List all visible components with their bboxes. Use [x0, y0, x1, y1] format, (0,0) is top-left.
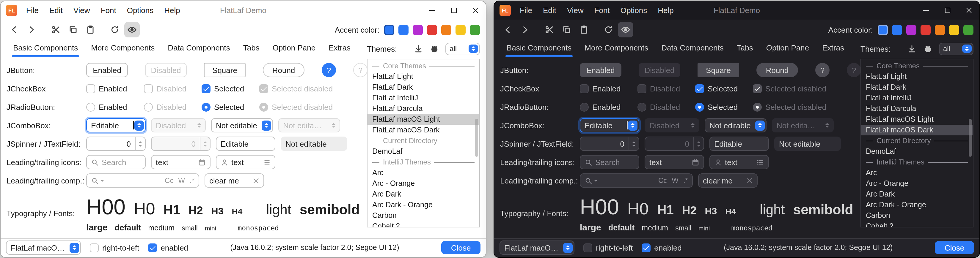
theme-list-item[interactable]: FlatLaf macOS Dark [861, 125, 973, 135]
menu-item[interactable]: Font [95, 1, 122, 20]
accent-color-swatch[interactable] [441, 25, 451, 35]
themes-list[interactable]: Core ThemesFlatLaf LightFlatLaf DarkFlat… [861, 59, 974, 228]
date-field[interactable]: text [644, 155, 704, 169]
tab[interactable]: More Components [578, 40, 655, 58]
menu-item[interactable]: Options [122, 1, 159, 20]
accent-color-swatch[interactable] [413, 25, 423, 35]
combobox-arrow-icon[interactable] [69, 242, 79, 253]
round-button[interactable]: Round [756, 63, 798, 77]
theme-list-item[interactable]: Arc - Orange [861, 178, 973, 189]
editable-textfield[interactable]: Editable [216, 136, 275, 151]
menu-item[interactable]: Help [159, 1, 186, 20]
accent-color-swatch[interactable] [878, 25, 888, 35]
enabled-button[interactable]: Enabled [580, 63, 621, 77]
theme-list-item[interactable]: Cobalt 2 [861, 221, 973, 228]
refresh-button[interactable] [107, 22, 123, 37]
theme-list-item[interactable]: Arc Dark [368, 189, 479, 199]
download-button[interactable] [906, 43, 917, 54]
theme-list-item[interactable]: Arc - Orange [368, 178, 479, 189]
theme-list-item[interactable]: Arc Dark - Orange [368, 199, 479, 210]
forward-button[interactable] [517, 22, 533, 37]
theme-list-item[interactable]: FlatLaf macOS Light [861, 114, 973, 125]
theme-list-item[interactable]: FlatLaf Darcula [368, 103, 479, 114]
copy-button[interactable] [65, 22, 81, 37]
help-button[interactable]: ? [815, 63, 830, 77]
themes-list[interactable]: Core ThemesFlatLaf LightFlatLaf DarkFlat… [367, 59, 480, 228]
combobox-arrow-icon[interactable] [628, 120, 637, 130]
theme-list-item[interactable]: IntelliJ Themes [368, 157, 479, 168]
editable-textfield[interactable]: Editable [710, 136, 769, 151]
theme-list-item[interactable]: FlatLaf macOS Light [368, 114, 479, 125]
clearable-field[interactable]: clear me [205, 173, 264, 188]
themes-filter-combobox[interactable]: all [939, 43, 974, 55]
noneditable-combobox[interactable]: Not editable [705, 118, 767, 132]
menu-item[interactable]: File [21, 1, 44, 20]
back-button[interactable] [6, 22, 22, 37]
help-button[interactable]: ? [322, 63, 336, 77]
theme-list-item[interactable]: FlatLaf macOS Dark [368, 125, 479, 135]
square-button[interactable]: Square [204, 63, 246, 77]
lookandfeel-combobox[interactable]: FlatLaf macOS Dark [500, 241, 574, 255]
theme-list-item[interactable]: Carbon [368, 210, 479, 221]
editable-combobox[interactable]: Editable [86, 118, 146, 132]
right-to-left-checkbox[interactable]: right-to-left [90, 243, 139, 252]
theme-list-item[interactable]: FlatLaf Dark [368, 82, 479, 93]
menu-item[interactable]: Font [589, 1, 615, 20]
tab[interactable]: Data Components [161, 40, 237, 58]
theme-list-item[interactable]: FlatLaf Light [368, 71, 479, 82]
theme-list-item[interactable]: DemoLaf [368, 146, 479, 157]
combobox-arrow-icon[interactable] [563, 242, 572, 253]
combobox-arrow-icon[interactable] [261, 120, 271, 130]
theme-list-item[interactable]: Core Themes [368, 60, 479, 71]
search-field[interactable]: Search [580, 155, 639, 169]
regex-toggle[interactable]: .* [190, 176, 194, 185]
accent-color-swatch[interactable] [384, 25, 394, 35]
enabled-button[interactable]: Enabled [86, 63, 128, 77]
accent-color-swatch[interactable] [949, 25, 959, 35]
paste-button[interactable] [576, 22, 592, 37]
theme-list-item[interactable]: Arc [861, 168, 973, 178]
forward-button[interactable] [24, 22, 39, 37]
theme-list-item[interactable]: Arc [368, 168, 479, 178]
paste-button[interactable] [83, 22, 98, 37]
clear-icon[interactable] [253, 177, 259, 184]
spinner-stepper-icon[interactable] [628, 137, 639, 150]
themes-filter-combobox[interactable]: all [445, 43, 480, 55]
theme-list-item[interactable]: FlatLaf Dark [861, 82, 973, 93]
square-button[interactable]: Square [698, 63, 739, 77]
combobox-arrow-icon[interactable] [468, 44, 478, 53]
theme-list-item[interactable]: Cobalt 2 [368, 221, 479, 228]
menu-item[interactable]: View [562, 1, 589, 20]
accent-color-swatch[interactable] [470, 25, 480, 35]
tab[interactable]: Extras [816, 40, 851, 58]
accent-color-swatch[interactable] [892, 25, 902, 35]
tab[interactable]: More Components [84, 40, 161, 58]
round-button[interactable]: Round [263, 63, 304, 77]
chevron-down-icon[interactable] [594, 180, 598, 181]
user-field[interactable]: text [710, 155, 769, 169]
radio-selected[interactable]: Selected [695, 103, 753, 111]
combobox-arrow-icon[interactable] [962, 44, 971, 53]
clearable-field[interactable]: clear me [698, 173, 757, 188]
download-button[interactable] [413, 43, 423, 54]
menu-item[interactable]: Options [615, 1, 653, 20]
theme-list-item[interactable]: FlatLaf IntelliJ [861, 93, 973, 103]
tab[interactable]: Data Components [655, 40, 730, 58]
clear-icon[interactable] [746, 177, 753, 184]
menu-item[interactable]: View [68, 1, 95, 20]
theme-list-item[interactable]: Arc Dark - Orange [861, 199, 973, 210]
copy-button[interactable] [559, 22, 574, 37]
theme-list-item[interactable]: FlatLaf Darcula [861, 103, 973, 114]
scrollbar-thumb[interactable] [969, 119, 972, 157]
editable-combobox[interactable]: Editable [580, 118, 639, 132]
theme-list-item[interactable]: Current Directory [861, 135, 973, 146]
accent-color-swatch[interactable] [906, 25, 916, 35]
enabled-checkbox[interactable]: enabled [642, 243, 682, 252]
theme-list-item[interactable]: IntelliJ Themes [861, 157, 973, 168]
regex-toggle[interactable]: .* [683, 176, 688, 185]
scrollbar-thumb[interactable] [475, 119, 478, 157]
match-case-toggle[interactable]: Cc [165, 176, 173, 185]
combobox-arrow-icon[interactable] [134, 120, 143, 130]
menu-item[interactable]: Edit [538, 1, 562, 20]
lookandfeel-combobox[interactable]: FlatLaf macOS Light [6, 241, 81, 255]
